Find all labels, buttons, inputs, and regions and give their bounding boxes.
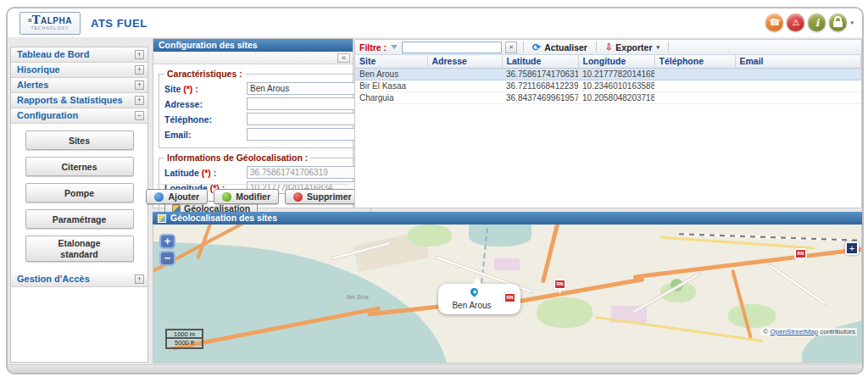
toolbar-separator [668,42,669,53]
map-popup[interactable]: RN 1 Ben Arous [438,284,520,314]
toolbar-separator [523,42,524,53]
zoom-out-button[interactable]: − [159,251,175,266]
table-row-bir-el-kasaa[interactable]: Bir El Kasaa 36.721166841223945 10.23460… [355,80,861,91]
site-label: Site (*) : [164,84,247,94]
column-header-telephone[interactable]: Téléphone [654,55,735,68]
export-icon: ⇩ [605,43,612,52]
panel-title: Configuration des sites [153,39,353,52]
divider [156,184,350,185]
site-form-panel: Configuration des sites « Caractéristiqu… [153,38,353,208]
expand-icon[interactable]: + [135,274,144,284]
clear-filter-button[interactable]: ✕ [505,42,517,53]
attribution-link[interactable]: OpenStreetMap [770,328,817,335]
collapse-panel-button[interactable]: « [337,53,350,63]
expand-icon[interactable]: + [135,80,144,90]
column-header-site[interactable]: Site [355,55,427,68]
cell-adresse[interactable] [427,68,502,80]
collapse-icon[interactable]: − [135,111,144,120]
telephone-field[interactable] [247,113,365,125]
label-text: Latitude [164,168,199,178]
sites-grid-panel: Filtre : ✕ ⟳Actualiser ⇩Exporter▾ Site A… [354,39,862,208]
cell-email[interactable] [735,80,861,91]
table-row-charguia[interactable]: Charguia 36.84374699619579 10.2058048203… [355,91,861,103]
sidebar-item-rapports-statistiques[interactable]: Rapports & Statistiques+ [11,93,147,108]
latitude-field[interactable] [247,166,365,179]
map-canvas[interactable]: Ibn Sina RN 1 RN 9 + − + RN 1 Ben Arous … [153,225,862,363]
sidebar-button-sites[interactable]: Sites [25,130,134,150]
column-header-email[interactable]: Email [735,55,861,68]
cell-site[interactable]: Charguia [355,91,427,103]
cell-email[interactable] [735,91,861,103]
adresse-label: Adresse: [164,99,247,109]
expand-icon[interactable]: + [135,65,144,75]
info-icon[interactable]: i [808,14,826,31]
lock-icon[interactable] [829,14,847,31]
expand-icon[interactable]: + [135,96,144,105]
ajouter-button[interactable]: Ajouter [146,189,208,204]
cell-longitude[interactable]: 10.234601016358804 [578,80,654,91]
map-zone [494,258,520,270]
adresse-field[interactable] [247,97,365,110]
site-field[interactable] [247,82,365,95]
phone-icon[interactable]: ☎ [765,14,783,31]
cell-adresse[interactable] [427,80,502,91]
form-row: Adresse: [164,97,365,110]
map-park [728,304,776,328]
zoom-in-button[interactable]: + [159,234,175,249]
cell-longitude[interactable]: 10.205804820371893 [578,91,654,103]
required-mark: (*) [183,84,192,94]
sidebar-item-label: Alertes [17,80,48,90]
marker-pin-icon [469,286,480,297]
sidebar-item-gestion-acces[interactable]: Gestion d'Accès+ [11,272,147,287]
actualiser-button[interactable]: ⟳Actualiser [530,42,590,53]
sidebar-button-etalonage-standard[interactable]: Etalonage standard [25,236,134,262]
cell-adresse[interactable] [427,91,502,103]
sidebar-button-parametrage[interactable]: Paramétrage [25,209,134,229]
button-label: Ajouter [168,191,199,202]
exporter-button[interactable]: ⇩Exporter▾ [603,42,662,53]
edit-icon [222,192,231,202]
supprimer-button[interactable]: Supprimer [285,189,360,204]
caracteristiques-fieldset: Caractéristiques : Site (*) : Adresse: T… [159,69,371,148]
cell-latitude[interactable]: 36.721166841223945 [502,80,578,91]
cell-longitude[interactable]: 10.217778201416834 [578,68,654,80]
cell-site[interactable]: Ben Arous [355,68,427,80]
form-row: Téléphone: [164,113,365,125]
filter-funnel-icon[interactable] [391,45,398,49]
map-road [770,264,826,305]
sidebar-button-pompe[interactable]: Pompe [25,183,134,202]
sidebar-button-citernes[interactable]: Citernes [25,157,134,176]
table-row-ben-arous[interactable]: Ben Arous 36.75861741706319 10.217778201… [355,68,861,80]
sidebar-item-historique[interactable]: Hisorique+ [11,63,147,78]
app-header: αTALPHA TECHNOLOGY ATS FUEL ☎ ⚠ i ▾ [8,8,862,37]
modifier-button[interactable]: Modifier [214,189,279,204]
sidebar-item-configuration[interactable]: Configuration− [11,108,147,124]
layers-button[interactable]: + [845,241,859,255]
sidebar-item-alertes[interactable]: Alertes+ [11,78,147,93]
map-park [408,225,452,247]
column-header-adresse[interactable]: Adresse [427,55,502,68]
sidebar-item-tableau-de-bord[interactable]: Tableau de Bord+ [11,47,147,63]
cell-telephone[interactable] [654,68,735,80]
cell-site[interactable]: Bir El Kasaa [355,80,427,91]
map-road [633,245,862,279]
button-label: Pompe [64,188,94,198]
chevron-down-icon[interactable]: ▾ [850,19,854,26]
cell-telephone[interactable] [654,80,735,91]
table-header-row: Site Adresse Latitude Longitude Téléphon… [355,55,861,68]
scale-imperial: 5000 ft [165,337,203,349]
alert-icon[interactable]: ⚠ [787,14,804,31]
cell-email[interactable] [735,68,861,80]
cell-latitude[interactable]: 36.84374699619579 [502,91,578,103]
cell-telephone[interactable] [654,91,735,103]
column-header-latitude[interactable]: Latitude [502,55,578,68]
chevron-down-icon[interactable]: ▾ [657,44,660,51]
cell-latitude[interactable]: 36.75861741706319 [502,68,578,80]
filter-input[interactable] [402,42,502,53]
road-badge: RN 1 [504,292,516,303]
sidebar: Tableau de Bord+ Hisorique+ Alertes+ Rap… [10,47,148,363]
map-road [541,225,560,283]
email-field[interactable] [247,128,365,141]
expand-icon[interactable]: + [135,50,144,59]
column-header-longitude[interactable]: Longitude [578,55,654,68]
